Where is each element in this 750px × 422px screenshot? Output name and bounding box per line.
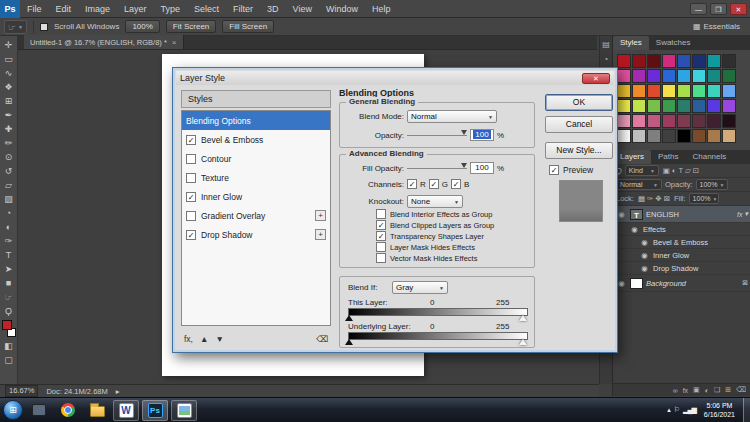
color-swatch[interactable] [707, 99, 721, 113]
eraser-tool-icon[interactable]: ▱ [1, 178, 17, 192]
color-swatch[interactable] [617, 99, 631, 113]
style-item[interactable]: Contour [182, 149, 330, 168]
menu-item-type[interactable]: Type [154, 0, 188, 18]
advanced-option[interactable]: Blend Interior Effects as Group [376, 209, 494, 219]
taskbar-clock[interactable]: 5:06 PM 6/16/2021 [701, 401, 738, 419]
menu-item-edit[interactable]: Edit [49, 0, 79, 18]
color-swatch[interactable] [647, 99, 661, 113]
color-swatch[interactable] [692, 69, 706, 83]
cancel-button[interactable]: Cancel [545, 116, 613, 133]
color-swatch[interactable] [647, 69, 661, 83]
tray-expand-icon[interactable]: ▴ [667, 406, 670, 414]
color-swatch[interactable] [692, 84, 706, 98]
menu-item-select[interactable]: Select [187, 0, 226, 18]
color-swatch[interactable] [632, 69, 646, 83]
effect-row[interactable]: ◉Inner Glow [613, 249, 750, 262]
pen-tool-icon[interactable]: ✑ [1, 234, 17, 248]
style-item[interactable]: ✓Drop Shadow+ [182, 225, 330, 244]
effect-row[interactable]: ◉Drop Shadow [613, 262, 750, 275]
lock-position-icon[interactable]: ✥ [655, 194, 661, 203]
style-checkbox[interactable] [186, 173, 196, 183]
blend-mode-dropdown[interactable]: Normal ▼ [407, 110, 497, 123]
option-checkbox[interactable] [376, 253, 386, 263]
screen-mode-icon[interactable]: ▢ [1, 353, 17, 367]
layer-row-background[interactable]: ◉ Background ⊠ [613, 275, 750, 292]
type-tool-icon[interactable]: T [1, 248, 17, 262]
quick-mask-icon[interactable]: ◧ [1, 339, 17, 353]
knockout-dropdown[interactable]: None ▼ [407, 195, 463, 208]
color-swatch[interactable] [692, 129, 706, 143]
properties-panel-icon[interactable]: ◔ [604, 56, 609, 64]
color-swatch[interactable] [722, 69, 736, 83]
new-layer-icon[interactable]: ⊞ [725, 386, 731, 394]
new-style-button[interactable]: New Style... [545, 142, 613, 159]
color-swatch[interactable] [617, 129, 631, 143]
color-swatch[interactable] [662, 99, 676, 113]
history-panel-icon[interactable]: ▤ [602, 41, 610, 49]
opacity-slider[interactable] [407, 135, 467, 136]
adjustment-layer-icon[interactable]: ◐ [705, 387, 709, 394]
preview-checkbox[interactable]: ✓ [549, 165, 559, 175]
style-checkbox[interactable] [186, 211, 196, 221]
marquee-tool-icon[interactable]: ▭ [1, 52, 17, 66]
advanced-option[interactable]: ✓Transparency Shapes Layer [376, 231, 494, 241]
layer-name[interactable]: Background [646, 279, 686, 288]
menu-item-filter[interactable]: Filter [226, 0, 260, 18]
restore-button[interactable]: ❐ [710, 3, 727, 15]
tab-layers[interactable]: Layers [613, 150, 651, 164]
collapse-effects-arrow-icon[interactable]: ▾ [744, 210, 748, 218]
color-swatch[interactable] [662, 84, 676, 98]
status-popup-arrow-icon[interactable]: ▸ [116, 387, 120, 396]
fill-opacity-value-field[interactable]: 100 [470, 162, 494, 174]
color-swatch[interactable] [677, 129, 691, 143]
layer-mask-icon[interactable]: ▣ [693, 386, 700, 394]
visibility-eye-icon[interactable]: ◉ [629, 225, 640, 234]
color-swatch[interactable] [722, 129, 736, 143]
menu-item-file[interactable]: File [20, 0, 49, 18]
color-swatch[interactable] [647, 84, 661, 98]
color-swatch[interactable] [677, 114, 691, 128]
channel-g-checkbox[interactable]: ✓ [429, 179, 439, 189]
color-swatch[interactable] [617, 84, 631, 98]
layer-opacity-dropdown[interactable]: 100% ▼ [696, 179, 728, 190]
zoom-tool-icon[interactable]: Ϙ [1, 304, 17, 318]
background-layer-thumbnail[interactable] [630, 278, 643, 289]
layer-group-icon[interactable]: ❏ [714, 386, 720, 394]
color-swatch[interactable] [677, 84, 691, 98]
blend-if-dropdown[interactable]: Gray ▼ [392, 281, 448, 294]
color-swatch[interactable] [617, 69, 631, 83]
style-checkbox[interactable] [186, 154, 196, 164]
effects-row[interactable]: ◉ Effects [613, 223, 750, 236]
close-button[interactable]: ✕ [730, 3, 747, 15]
shape-tool-icon[interactable]: ■ [1, 276, 17, 290]
layer-name[interactable]: ENGLISH [646, 210, 679, 219]
tab-channels[interactable]: Channels [685, 150, 733, 164]
action-center-icon[interactable]: ⚐ [674, 406, 679, 414]
color-swatch[interactable] [722, 84, 736, 98]
hand-tool-icon[interactable]: ☞ [1, 290, 17, 304]
add-style-instance-button[interactable]: + [315, 210, 326, 221]
add-style-instance-button[interactable]: + [315, 229, 326, 240]
delete-style-icon[interactable]: ⌫ [316, 334, 328, 344]
layer-style-fx-icon[interactable]: fx [683, 387, 688, 394]
network-icon[interactable]: ▂▄▆ [683, 406, 696, 414]
type-layer-filter-icon[interactable]: T [678, 166, 683, 175]
color-swatch[interactable] [662, 54, 676, 68]
visibility-eye-icon[interactable]: ◉ [639, 238, 650, 247]
link-layers-icon[interactable]: ∞ [673, 387, 678, 394]
color-swatch[interactable] [692, 54, 706, 68]
color-swatch[interactable] [632, 114, 646, 128]
shape-layer-filter-icon[interactable]: ▱ [685, 166, 691, 175]
smart-object-filter-icon[interactable]: ⊡ [693, 166, 699, 175]
tab-swatches[interactable]: Swatches [649, 36, 698, 50]
history-brush-tool-icon[interactable]: ↺ [1, 164, 17, 178]
visibility-eye-icon[interactable]: ◉ [639, 251, 650, 260]
menu-item-image[interactable]: Image [78, 0, 117, 18]
style-item[interactable]: Gradient Overlay+ [182, 206, 330, 225]
tab-styles[interactable]: Styles [613, 36, 649, 50]
channel-r-checkbox[interactable]: ✓ [407, 179, 417, 189]
ok-button[interactable]: OK [545, 94, 613, 111]
color-swatch[interactable] [647, 114, 661, 128]
color-swatch[interactable] [662, 129, 676, 143]
this-layer-gradient-bar[interactable] [348, 308, 528, 316]
